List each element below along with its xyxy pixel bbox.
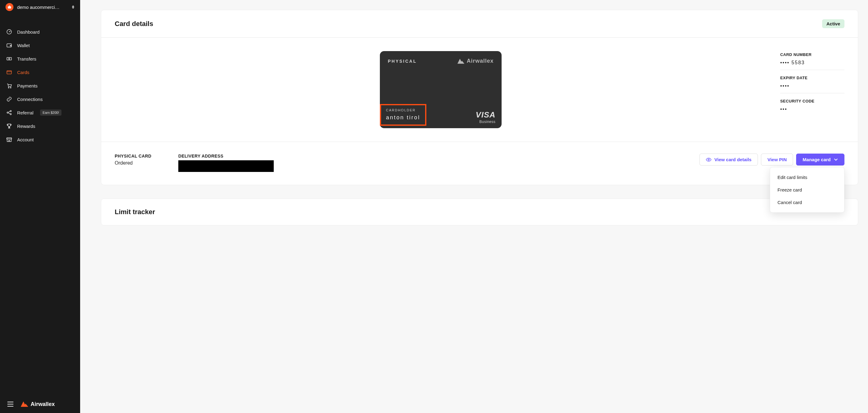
- field-label: CARD NUMBER: [780, 52, 844, 57]
- sidebar-item-account[interactable]: Account: [0, 133, 80, 146]
- org-name: demo aucommerci…: [17, 5, 68, 10]
- panel-body: PHYSICAL Airwallex CARDHOLDER anton tiro…: [101, 38, 858, 142]
- nav-label: Connections: [17, 97, 42, 102]
- svg-point-5: [8, 58, 10, 59]
- view-pin-button[interactable]: View PIN: [761, 154, 793, 166]
- sidebar-item-wallet[interactable]: Wallet: [0, 38, 80, 52]
- nav-label: Rewards: [17, 124, 35, 129]
- cardholder-label: CARDHOLDER: [386, 108, 420, 112]
- airwallex-mark-icon: [457, 58, 465, 64]
- sidebar-item-transfers[interactable]: Transfers: [0, 52, 80, 65]
- view-card-details-button[interactable]: View card details: [700, 154, 758, 166]
- field-card-number: CARD NUMBER •••• 5583: [780, 51, 844, 70]
- nav-label: Cards: [17, 70, 29, 75]
- cardholder-name: anton tirol: [386, 114, 420, 121]
- manage-card-dropdown: Edit card limits Freeze card Cancel card: [770, 167, 844, 213]
- card-actions: View card details View PIN Manage card E…: [700, 154, 844, 166]
- eye-icon: [706, 157, 711, 162]
- referral-badge: Earn $200!: [40, 110, 61, 116]
- transfers-icon: [6, 56, 12, 62]
- org-switcher[interactable]: demo aucommerci…: [0, 0, 80, 13]
- field-security-code: SECURITY CODE •••: [780, 97, 844, 116]
- collapse-sidebar-button[interactable]: [7, 402, 13, 407]
- svg-point-8: [10, 87, 11, 88]
- sidebar-item-cards[interactable]: Cards: [0, 65, 80, 79]
- field-label: EXPIRY DATE: [780, 76, 844, 80]
- sidebar-item-dashboard[interactable]: Dashboard: [0, 25, 80, 38]
- physical-card-status: PHYSICAL CARD Ordered: [115, 154, 151, 166]
- svg-rect-6: [7, 71, 11, 74]
- card-brand: Airwallex: [457, 58, 494, 64]
- org-avatar: [5, 3, 13, 11]
- menu-item-cancel-card[interactable]: Cancel card: [770, 196, 844, 209]
- gauge-icon: [6, 29, 12, 35]
- brand-text: Airwallex: [31, 401, 55, 408]
- chevron-down-icon: [71, 7, 74, 9]
- svg-point-12: [708, 159, 710, 160]
- sidebar-item-rewards[interactable]: Rewards: [0, 119, 80, 133]
- card-network: VISA Business: [475, 110, 495, 124]
- cart-icon: [6, 83, 12, 89]
- field-value: •••: [780, 107, 844, 112]
- card-icon: [6, 69, 12, 75]
- svg-rect-4: [7, 58, 11, 60]
- nav-label: Payments: [17, 83, 38, 88]
- redacted-address: [178, 160, 274, 172]
- status-badge: Active: [822, 19, 844, 28]
- card-visual-wrap: PHYSICAL Airwallex CARDHOLDER anton tiro…: [115, 51, 767, 128]
- briefcase-icon: [7, 5, 11, 9]
- panel-header: Card details Active: [101, 10, 858, 38]
- nav-label: Account: [17, 137, 34, 142]
- field-expiry-date: EXPIRY DATE ••••: [780, 74, 844, 93]
- menu-item-edit-limits[interactable]: Edit card limits: [770, 171, 844, 183]
- sidebar-item-referral[interactable]: Referral Earn $200!: [0, 106, 80, 119]
- card-details-panel: Card details Active PHYSICAL Airwallex C…: [101, 10, 858, 185]
- sidebar-item-payments[interactable]: Payments: [0, 79, 80, 92]
- col-value: Ordered: [115, 160, 151, 166]
- main-content: Card details Active PHYSICAL Airwallex C…: [80, 0, 868, 413]
- col-label: DELIVERY ADDRESS: [178, 154, 274, 158]
- chevron-down-icon: [834, 158, 838, 161]
- menu-item-freeze-card[interactable]: Freeze card: [770, 183, 844, 196]
- store-icon: [6, 137, 12, 143]
- field-value: •••• 5583: [780, 60, 844, 65]
- card-visual: PHYSICAL Airwallex CARDHOLDER anton tiro…: [380, 51, 502, 128]
- sidebar: demo aucommerci… Dashboard Wallet Transf…: [0, 0, 80, 413]
- nav-label: Referral: [17, 110, 33, 115]
- link-icon: [6, 96, 12, 102]
- nav-label: Wallet: [17, 43, 30, 48]
- airwallex-logo-icon: [20, 401, 29, 408]
- page-title: Card details: [115, 20, 153, 28]
- field-label: SECURITY CODE: [780, 99, 844, 104]
- svg-point-7: [8, 87, 9, 88]
- sidebar-nav: Dashboard Wallet Transfers Cards Payment…: [0, 13, 80, 149]
- field-value: ••••: [780, 83, 844, 89]
- share-icon: [6, 110, 12, 116]
- col-label: PHYSICAL CARD: [115, 154, 151, 158]
- card-type-label: PHYSICAL: [388, 59, 417, 64]
- brand: Airwallex: [20, 401, 55, 408]
- button-label: View card details: [714, 157, 751, 162]
- delivery-address: DELIVERY ADDRESS: [178, 154, 274, 172]
- limit-tracker-title: Limit tracker: [115, 208, 155, 216]
- visa-subtext: Business: [475, 120, 495, 124]
- nav-label: Dashboard: [17, 29, 39, 35]
- limit-tracker-panel: Limit tracker: [101, 199, 858, 226]
- panel-footer: PHYSICAL CARD Ordered DELIVERY ADDRESS V…: [101, 142, 858, 185]
- wallet-icon: [6, 42, 12, 48]
- nav-label: Transfers: [17, 56, 36, 61]
- sidebar-footer: Airwallex: [0, 395, 80, 413]
- trophy-icon: [6, 123, 12, 129]
- svg-point-2: [9, 31, 9, 32]
- panel-header: Limit tracker: [101, 199, 858, 225]
- button-label: Manage card: [803, 157, 831, 162]
- visa-logo: VISA: [475, 110, 495, 120]
- svg-rect-0: [8, 6, 11, 8]
- org-switcher-icon: [71, 5, 74, 9]
- sidebar-item-connections[interactable]: Connections: [0, 92, 80, 106]
- button-label: View PIN: [767, 157, 787, 162]
- cardholder-highlight: CARDHOLDER anton tirol: [380, 104, 426, 126]
- card-brand-text: Airwallex: [467, 58, 494, 64]
- manage-card-button[interactable]: Manage card: [796, 154, 844, 166]
- card-fields: CARD NUMBER •••• 5583 EXPIRY DATE •••• S…: [780, 51, 844, 128]
